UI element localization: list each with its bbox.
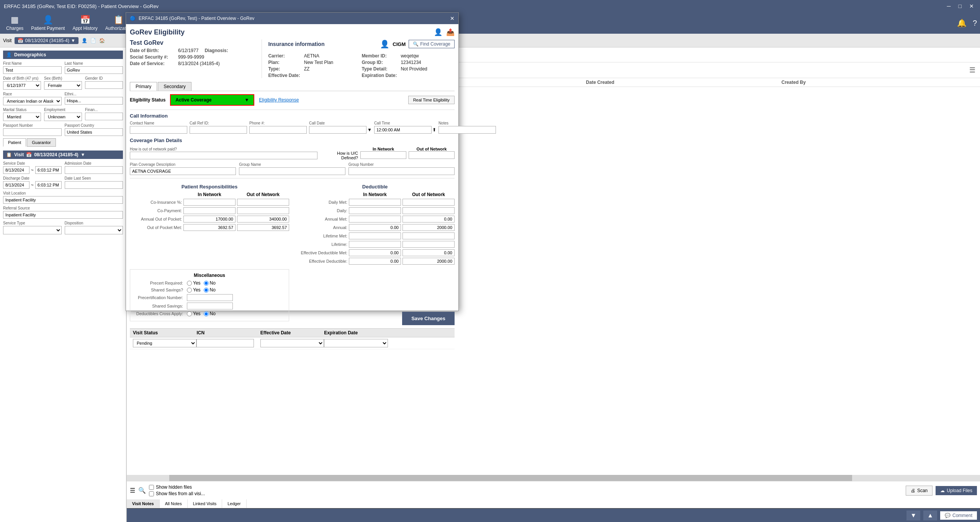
tab-linked-visits[interactable]: Linked Visits [188,499,223,508]
tab-primary[interactable]: Primary [130,82,157,91]
daily-met-out-input[interactable] [402,199,455,206]
discharge-time-input[interactable] [35,181,62,189]
race-select[interactable]: American Indian or Alaska Native [3,97,62,105]
service-type-select[interactable] [3,226,62,234]
toolbar-patient-payment[interactable]: 👤 Patient Payment [28,14,68,32]
eff-deductible-met-out-input[interactable] [402,249,455,256]
lifetime-out-input[interactable] [402,241,455,248]
effective-date-select[interactable] [260,339,324,347]
oop-met-in-input[interactable] [183,224,236,231]
notification-icon[interactable]: 🔔 [957,18,967,28]
referral-source-input[interactable] [3,211,123,219]
toolbar-appt-history[interactable]: 📅 Appt History [69,14,100,32]
deductibles-yes-option[interactable]: Yes [187,311,201,316]
how-uc-in-input[interactable] [360,151,406,159]
minimize-button[interactable]: ─ [945,3,953,9]
show-all-files-checkbox[interactable]: Show files from all visi... [149,491,903,496]
co-payment-out-input[interactable] [237,207,289,214]
precert-no-option[interactable]: No [204,280,216,286]
tab-guarantor[interactable]: Guarantor [27,138,56,147]
precert-yes-option[interactable]: Yes [187,280,201,286]
file-search-icon[interactable]: 🔍 [138,487,146,494]
toolbar-charges[interactable]: ▦ Charges [3,14,26,32]
eligibility-status-dropdown[interactable]: Active Coverage ▼ [170,94,254,106]
show-hidden-files-checkbox[interactable]: Show hidden files [149,484,903,490]
tab-patient[interactable]: Patient [3,138,26,147]
gender-id-input[interactable] [85,81,123,89]
visit-doc-icon[interactable]: 📄 [90,38,96,43]
maximize-button[interactable]: □ [956,3,964,9]
eff-deductible-out-input[interactable] [402,258,455,265]
disposition-select[interactable] [65,226,123,234]
real-time-eligibility-button[interactable]: Real Time Eligibility [408,96,455,104]
group-name-input[interactable] [239,167,345,175]
annual-oop-out-input[interactable] [237,216,289,223]
lifetime-met-out-input[interactable] [402,232,455,239]
shared-savings-yes-option[interactable]: Yes [187,287,201,293]
save-changes-button[interactable]: Save Changes [402,312,455,325]
plan-coverage-desc-input[interactable] [130,167,236,175]
oop-met-out-input[interactable] [237,224,289,231]
daily-out-input[interactable] [402,207,455,214]
annual-oop-in-input[interactable] [183,216,236,223]
call-ref-id-input[interactable] [190,126,247,134]
eff-deductible-met-in-input[interactable] [349,249,401,256]
find-coverage-button[interactable]: 🔍 Find Coverage [409,40,455,48]
deductibles-no-radio[interactable] [204,311,209,316]
eff-deductible-in-input[interactable] [349,258,401,265]
passport-country-input[interactable] [65,128,123,136]
visit-person-icon[interactable]: 👤 [82,38,87,43]
annual-met-in-input[interactable] [349,216,401,223]
gorev-person-icon[interactable]: 👤 [434,28,442,36]
visit-home-icon[interactable]: 🏠 [99,38,105,43]
expiration-date-select[interactable] [324,339,388,347]
visit-status-select[interactable]: Pending [133,339,196,347]
annual-out-input[interactable] [402,224,455,231]
first-name-input[interactable] [3,66,62,74]
employment-select[interactable]: Unknown [44,113,82,121]
discharge-date-input[interactable] [3,181,29,189]
scroll-down-button[interactable]: ▼ [906,511,920,520]
ethnicity-input[interactable] [65,97,123,105]
how-uc-out-input[interactable] [409,151,455,159]
scan-button[interactable]: 🖨 Scan [906,486,933,496]
call-time-input[interactable] [374,126,432,134]
lifetime-met-in-input[interactable] [349,232,401,239]
icn-input[interactable] [196,339,254,347]
date-last-seen-input[interactable] [65,181,123,189]
lifetime-in-input[interactable] [349,241,401,248]
service-time-input[interactable] [35,166,62,174]
annual-met-out-input[interactable] [402,216,455,223]
tab-secondary[interactable]: Secondary [158,82,191,91]
how-out-network-input[interactable] [130,152,317,159]
deductibles-yes-radio[interactable] [187,311,192,316]
modal-close-button[interactable]: ✕ [450,15,455,21]
shared-savings-yes-radio[interactable] [187,288,192,293]
finance-input[interactable] [85,113,123,120]
comment-button[interactable]: 💬 Comment [940,511,977,520]
precert-yes-radio[interactable] [187,281,192,286]
precert-number-input[interactable] [187,294,233,301]
close-button[interactable]: ✕ [967,3,976,9]
gorev-export-icon[interactable]: 📤 [446,28,455,36]
visit-location-input[interactable] [3,196,123,204]
notes-input[interactable] [438,126,496,134]
passport-number-input[interactable] [3,128,62,136]
group-number-input[interactable] [348,167,455,175]
show-hidden-files-input[interactable] [149,485,154,490]
tab-ledger[interactable]: Ledger [222,499,246,508]
call-time-spinner[interactable]: ⬆ [432,127,436,133]
dob-select[interactable]: 6/12/1977 [3,81,41,90]
upload-files-button[interactable]: ☁ Upload Files [936,486,977,495]
admission-date-input[interactable] [65,166,123,174]
shared-savings-no-radio[interactable] [204,288,209,293]
shared-savings-number-input[interactable] [187,303,233,309]
eligibility-response-link[interactable]: Eligibility Response [259,97,299,103]
sex-select[interactable]: Female [44,81,82,90]
file-mgmt-menu-icon[interactable]: ☰ [969,66,975,74]
marital-select[interactable]: Married [3,113,41,121]
annual-in-input[interactable] [349,224,401,231]
daily-met-in-input[interactable] [349,199,401,206]
scroll-up-button[interactable]: ▲ [923,511,937,520]
last-name-input[interactable] [65,66,123,74]
